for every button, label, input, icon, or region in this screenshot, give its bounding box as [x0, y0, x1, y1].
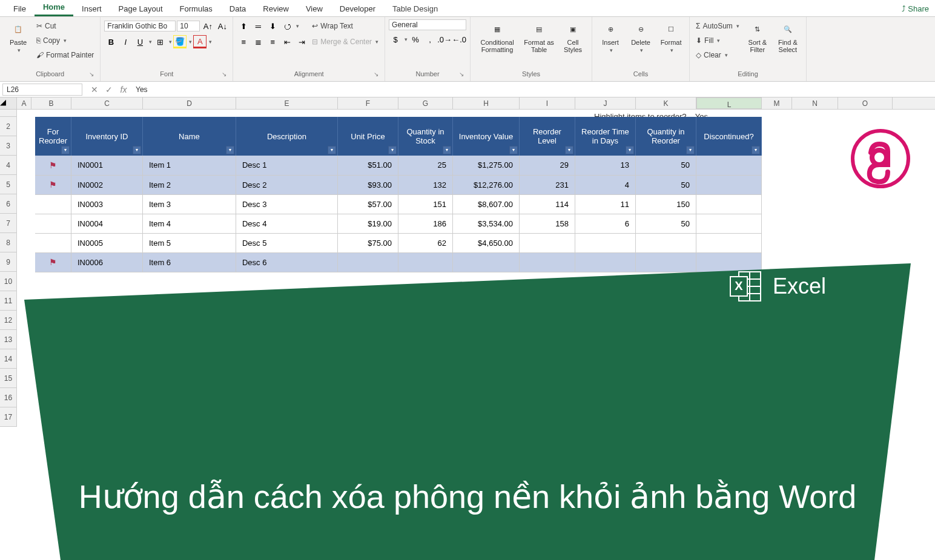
- table-cell[interactable]: ⚑: [35, 252, 71, 272]
- table-cell[interactable]: [398, 252, 452, 272]
- table-row[interactable]: IN0004Item 4Desc 4$19.00186$3,534.001586…: [35, 214, 761, 233]
- copy-button[interactable]: ⎘Copy▾: [34, 34, 96, 47]
- table-cell[interactable]: IN0005: [71, 233, 142, 252]
- table-cell[interactable]: [35, 194, 71, 214]
- launcher-icon[interactable]: ↘: [459, 71, 464, 77]
- table-cell[interactable]: Desc 2: [236, 175, 337, 194]
- col-header-L[interactable]: L: [696, 97, 762, 109]
- increase-decimal-icon[interactable]: .0→: [438, 33, 451, 46]
- formula-input[interactable]: [131, 84, 933, 95]
- table-cell[interactable]: $19.00: [337, 214, 398, 233]
- col-header-J[interactable]: J: [575, 97, 636, 109]
- col-header-I[interactable]: I: [520, 97, 575, 109]
- table-cell[interactable]: $4,650.00: [452, 233, 519, 252]
- filter-icon[interactable]: ▾: [133, 146, 141, 154]
- tab-review[interactable]: Review: [254, 1, 297, 16]
- col-header-A[interactable]: A: [17, 97, 31, 109]
- find-select-button[interactable]: 🔍Find & Select: [773, 19, 802, 62]
- col-header-B[interactable]: B: [31, 97, 71, 109]
- row-header-2[interactable]: 2: [0, 117, 17, 136]
- table-cell[interactable]: Desc 3: [236, 194, 337, 214]
- align-right-icon[interactable]: ≡: [266, 35, 279, 48]
- row-header-11[interactable]: 11: [0, 291, 17, 311]
- table-row[interactable]: ⚑IN0006Item 6Desc 6: [35, 252, 761, 272]
- row-header-[interactable]: [0, 110, 17, 117]
- table-cell[interactable]: IN0001: [71, 156, 142, 175]
- table-cell[interactable]: [696, 156, 761, 175]
- col-header-D[interactable]: D: [143, 97, 236, 109]
- row-header-14[interactable]: 14: [0, 349, 17, 369]
- row-header-15[interactable]: 15: [0, 369, 17, 388]
- row-header-7[interactable]: 7: [0, 214, 17, 233]
- row-header-6[interactable]: 6: [0, 194, 17, 214]
- table-cell[interactable]: $51.00: [337, 156, 398, 175]
- row-header-9[interactable]: 9: [0, 252, 17, 272]
- name-box[interactable]: [2, 84, 82, 96]
- table-cell[interactable]: 29: [519, 156, 575, 175]
- underline-button[interactable]: U: [133, 35, 147, 48]
- table-cell[interactable]: [635, 252, 696, 272]
- table-cell[interactable]: 132: [398, 175, 452, 194]
- outdent-icon[interactable]: ⇤: [280, 35, 294, 48]
- sort-filter-button[interactable]: ⇅Sort & Filter: [743, 19, 772, 62]
- table-cell[interactable]: [575, 233, 635, 252]
- bold-button[interactable]: B: [104, 35, 117, 48]
- filter-icon[interactable]: ▾: [328, 146, 336, 154]
- row-header-3[interactable]: 3: [0, 136, 17, 156]
- fill-color-button[interactable]: 🪣: [173, 35, 187, 48]
- italic-button[interactable]: I: [119, 35, 132, 48]
- table-header[interactable]: Discontinued?▾: [696, 117, 761, 156]
- cut-button[interactable]: ✂Cut: [34, 19, 96, 33]
- table-cell[interactable]: 50: [635, 214, 696, 233]
- table-cell[interactable]: $12,276.00: [452, 175, 519, 194]
- filter-icon[interactable]: ▾: [565, 146, 573, 154]
- table-cell[interactable]: 231: [519, 175, 575, 194]
- table-row[interactable]: IN0003Item 3Desc 3$57.00151$8,607.001141…: [35, 194, 761, 214]
- align-middle-icon[interactable]: ═: [251, 19, 265, 33]
- table-cell[interactable]: 50: [635, 156, 696, 175]
- table-header[interactable]: Inventory Value▾: [452, 117, 519, 156]
- row-header-10[interactable]: 10: [0, 272, 17, 291]
- row-header-16[interactable]: 16: [0, 388, 17, 407]
- align-center-icon[interactable]: ≣: [251, 35, 265, 48]
- table-cell[interactable]: 11: [575, 194, 635, 214]
- percent-icon[interactable]: %: [409, 33, 422, 46]
- table-cell[interactable]: $93.00: [337, 175, 398, 194]
- col-header-N[interactable]: N: [792, 97, 838, 109]
- share-button[interactable]: ⤴ Share: [896, 1, 935, 16]
- table-cell[interactable]: IN0004: [71, 214, 142, 233]
- table-cell[interactable]: Desc 5: [236, 233, 337, 252]
- enter-formula-icon[interactable]: ✓: [102, 85, 116, 94]
- table-cell[interactable]: IN0003: [71, 194, 142, 214]
- table-cell[interactable]: [696, 175, 761, 194]
- table-row[interactable]: ⚑IN0002Item 2Desc 2$93.00132$12,276.0023…: [35, 175, 761, 194]
- filter-icon[interactable]: ▾: [509, 146, 518, 154]
- cell-grid[interactable]: Highlight items to reorder? Yes For Reor…: [17, 110, 935, 427]
- row-header-4[interactable]: 4: [0, 156, 17, 175]
- number-format-select[interactable]: [389, 19, 466, 30]
- format-as-table-button[interactable]: ▤Format as Table: [521, 19, 557, 54]
- table-cell[interactable]: 13: [575, 156, 635, 175]
- tab-home[interactable]: Home: [35, 0, 73, 16]
- col-header-F[interactable]: F: [338, 97, 398, 109]
- row-header-13[interactable]: 13: [0, 330, 17, 349]
- table-cell[interactable]: 50: [635, 175, 696, 194]
- table-cell[interactable]: Desc 4: [236, 214, 337, 233]
- filter-icon[interactable]: ▾: [388, 146, 397, 154]
- filter-icon[interactable]: ▾: [626, 146, 634, 154]
- table-cell[interactable]: ⚑: [35, 156, 71, 175]
- decrease-decimal-icon[interactable]: ←.0: [452, 33, 466, 46]
- table-header[interactable]: Reorder Level▾: [519, 117, 575, 156]
- table-header[interactable]: Inventory ID▾: [71, 117, 142, 156]
- table-cell[interactable]: $8,607.00: [452, 194, 519, 214]
- border-button[interactable]: ⊞: [153, 35, 167, 48]
- table-cell[interactable]: $57.00: [337, 194, 398, 214]
- insert-cells-button[interactable]: ⊕Insert▾: [596, 19, 625, 54]
- format-painter-button[interactable]: 🖌Format Painter: [34, 48, 96, 62]
- paste-button[interactable]: 📋 Paste ▾: [4, 19, 33, 62]
- table-row[interactable]: ⚑IN0001Item 1Desc 1$51.0025$1,275.002913…: [35, 156, 761, 175]
- tab-developer[interactable]: Developer: [331, 1, 384, 16]
- table-cell[interactable]: Item 1: [142, 156, 236, 175]
- tab-formulas[interactable]: Formulas: [171, 1, 221, 16]
- fill-button[interactable]: ⬇Fill▾: [693, 34, 742, 47]
